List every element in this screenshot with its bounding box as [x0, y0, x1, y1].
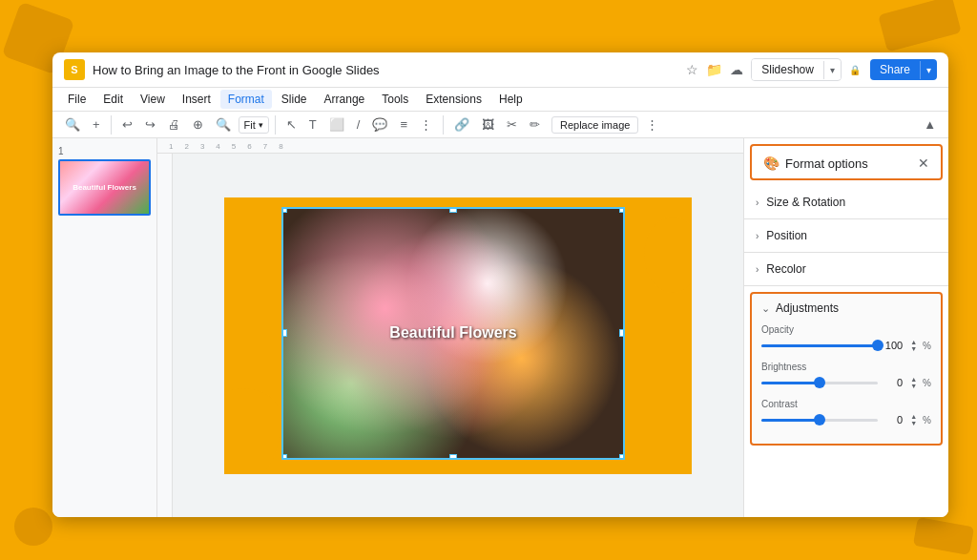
opacity-slider-thumb[interactable]	[872, 340, 883, 351]
slides-panel: 1 Beautiful Flowers	[52, 138, 157, 517]
menu-bar: File Edit View Insert Format Slide Arran…	[52, 88, 948, 112]
opacity-label: Opacity	[761, 324, 931, 335]
toolbar-more-btn[interactable]: ⋮	[415, 114, 437, 135]
panel-close-button[interactable]: ✕	[918, 156, 929, 171]
app-logo: S	[64, 59, 85, 80]
cloud-icon[interactable]: ☁	[730, 62, 743, 77]
handle-bottom-left[interactable]	[281, 454, 287, 460]
accordion-recolor-header[interactable]: › Recolor	[756, 253, 937, 285]
folder-icon[interactable]: 📁	[706, 62, 722, 77]
toolbar-collapse-btn[interactable]: ▲	[919, 114, 941, 135]
contrast-row: Contrast 0 ▲ ▼ %	[761, 399, 931, 426]
toolbar-cursor-btn[interactable]: ↖	[281, 114, 301, 135]
accordion-position-header[interactable]: › Position	[756, 219, 937, 252]
contrast-slider-thumb[interactable]	[814, 414, 825, 425]
slideshow-dropdown-arrow[interactable]: ▾	[823, 61, 841, 79]
toolbar-img-btn[interactable]: 🖼	[477, 114, 499, 135]
handle-top-left[interactable]	[281, 207, 287, 213]
contrast-increment-btn[interactable]: ▲	[910, 413, 917, 420]
toolbar-line-btn[interactable]: /	[352, 114, 365, 135]
toolbar-edit-btn[interactable]: ✏	[525, 114, 545, 135]
toolbar-search-btn[interactable]: 🔍	[60, 114, 85, 135]
slide-thumbnail[interactable]: Beautiful Flowers	[58, 159, 151, 216]
ruler-tick-6: 6	[247, 142, 251, 151]
brightness-increment-btn[interactable]: ▲	[910, 376, 917, 383]
ruler-tick-1: 1	[169, 142, 173, 151]
replace-image-button[interactable]: Replace image	[551, 116, 638, 134]
star-icon[interactable]: ☆	[686, 62, 698, 77]
selected-image[interactable]: Beautiful Flowers	[281, 207, 625, 460]
chevron-adjustments-icon: ⌄	[761, 302, 770, 315]
contrast-label: Contrast	[761, 399, 931, 409]
title-icons: ☆ 📁 ☁	[686, 62, 743, 77]
opacity-decrement-btn[interactable]: ▼	[910, 345, 917, 352]
brightness-decrement-btn[interactable]: ▼	[910, 383, 917, 389]
bg-decoration-br	[913, 517, 974, 555]
slide-yellow-shape-right	[644, 217, 692, 293]
opacity-pct-label: %	[923, 341, 931, 351]
menu-insert[interactable]: Insert	[175, 90, 218, 109]
zoom-dropdown-icon: ▾	[259, 120, 263, 130]
toolbar-sep-2	[275, 115, 276, 135]
handle-bottom-right[interactable]	[619, 454, 625, 460]
brightness-label: Brightness	[761, 362, 931, 372]
toolbar-text-btn[interactable]: T	[304, 114, 322, 135]
ruler-horizontal: 1 2 3 4 5 6 7 8	[157, 138, 743, 154]
handle-top-middle[interactable]	[449, 207, 457, 213]
menu-view[interactable]: View	[133, 90, 173, 109]
handle-top-right[interactable]	[619, 207, 625, 213]
accordion-size-rotation-header[interactable]: › Size & Rotation	[756, 186, 937, 218]
contrast-slider-track[interactable]	[761, 419, 878, 422]
menu-extensions[interactable]: Extensions	[418, 90, 489, 109]
menu-tools[interactable]: Tools	[374, 90, 416, 109]
accordion-position: › Position	[744, 219, 948, 253]
handle-bottom-middle[interactable]	[449, 454, 457, 460]
menu-format[interactable]: Format	[220, 90, 272, 109]
slideshow-label[interactable]: Slideshow	[752, 59, 823, 80]
contrast-decrement-btn[interactable]: ▼	[910, 420, 917, 426]
opacity-stepper[interactable]: ▲ ▼	[910, 339, 917, 352]
menu-file[interactable]: File	[60, 90, 94, 109]
toolbar-options-btn[interactable]: ⋮	[641, 114, 663, 135]
contrast-stepper[interactable]: ▲ ▼	[910, 413, 917, 426]
share-button[interactable]: Share ▾	[870, 59, 937, 80]
toolbar-add-btn[interactable]: +	[88, 114, 105, 135]
toolbar-sep-1	[111, 115, 112, 135]
menu-help[interactable]: Help	[491, 90, 530, 109]
toolbar-crop-btn[interactable]: ✂	[502, 114, 522, 135]
panel-header-left: 🎨 Format options	[763, 156, 868, 171]
toolbar-redo-btn[interactable]: ↪	[140, 114, 160, 135]
toolbar-undo-btn[interactable]: ↩	[117, 114, 137, 135]
toolbar: 🔍 + ↩ ↪ 🖨 ⊕ 🔍 Fit ▾ ↖ T ⬜ / 💬 ≡ ⋮ 🔗 🖼 ✂ …	[52, 112, 948, 138]
toolbar-sep-3	[443, 115, 444, 135]
panel-header: 🎨 Format options ✕	[750, 144, 943, 180]
adjustments-header[interactable]: ⌄ Adjustments	[761, 301, 931, 315]
brightness-stepper[interactable]: ▲ ▼	[910, 376, 917, 389]
handle-middle-left[interactable]	[281, 329, 287, 337]
menu-slide[interactable]: Slide	[274, 90, 315, 109]
opacity-increment-btn[interactable]: ▲	[910, 339, 917, 345]
opacity-slider-track[interactable]	[761, 344, 878, 347]
toolbar-zoom-selector[interactable]: Fit ▾	[239, 116, 269, 134]
menu-edit[interactable]: Edit	[95, 90, 131, 109]
toolbar-comment-btn[interactable]: 💬	[367, 114, 392, 135]
brightness-slider-track[interactable]	[761, 382, 878, 384]
panel-title: Format options	[785, 156, 868, 171]
slide-background[interactable]: Beautiful Flowers	[224, 197, 692, 474]
ruler-tick-4: 4	[216, 142, 219, 151]
share-label[interactable]: Share	[870, 59, 920, 80]
toolbar-shape-btn[interactable]: ⬜	[324, 114, 349, 135]
toolbar-print-btn[interactable]: 🖨	[163, 114, 185, 135]
share-dropdown-arrow[interactable]: ▾	[920, 61, 937, 79]
opacity-value: 100	[883, 340, 903, 351]
toolbar-align-btn[interactable]: ≡	[395, 114, 412, 135]
brightness-slider-thumb[interactable]	[814, 377, 825, 388]
toolbar-spellcheck-btn[interactable]: ⊕	[188, 114, 208, 135]
menu-arrange[interactable]: Arrange	[317, 90, 373, 109]
ruler-tick-2: 2	[184, 142, 188, 151]
toolbar-link-btn[interactable]: 🔗	[449, 114, 474, 135]
opacity-row: Opacity 100 ▲ ▼ %	[761, 324, 931, 352]
slideshow-button[interactable]: Slideshow ▾	[751, 58, 842, 81]
toolbar-zoom-search-btn[interactable]: 🔍	[211, 114, 236, 135]
handle-middle-right[interactable]	[619, 329, 625, 337]
